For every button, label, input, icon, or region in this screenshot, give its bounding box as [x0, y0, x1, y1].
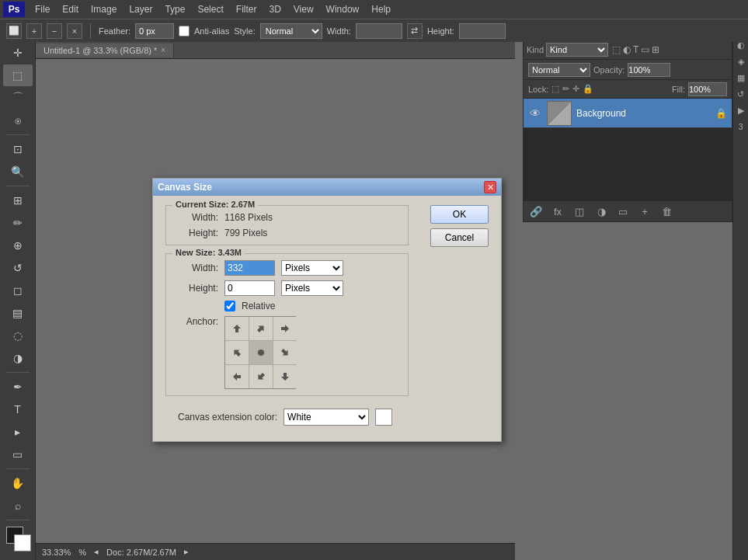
- tool-sep-1: [6, 134, 30, 135]
- gradient-tool[interactable]: ▤: [3, 302, 33, 324]
- eraser-tool[interactable]: ◻: [3, 280, 33, 301]
- blur-tool[interactable]: ◌: [3, 325, 33, 346]
- dodge-tool[interactable]: ◑: [3, 347, 33, 369]
- dialog-close-button[interactable]: ✕: [484, 181, 496, 193]
- anchor-grid: [224, 316, 296, 389]
- menu-filter[interactable]: Filter: [231, 2, 263, 16]
- background-color[interactable]: [14, 534, 31, 551]
- side-history-icon[interactable]: ↺: [734, 87, 748, 101]
- menu-layer[interactable]: Layer: [124, 2, 158, 16]
- anchor-center[interactable]: [249, 341, 273, 364]
- lock-image-icon[interactable]: ✏: [562, 84, 569, 94]
- anti-alias-checkbox[interactable]: [179, 26, 190, 37]
- text-tool[interactable]: T: [3, 398, 33, 420]
- pen-tool[interactable]: ✒: [3, 376, 33, 398]
- opacity-input[interactable]: [628, 63, 670, 77]
- delete-layer-icon[interactable]: 🗑: [657, 203, 676, 219]
- filter-icons: ⬚ ◐ T ▭ ⊞: [612, 44, 659, 55]
- marquee-add-icon[interactable]: +: [26, 23, 42, 39]
- anchor-ml[interactable]: [225, 341, 249, 364]
- relative-checkbox[interactable]: [224, 301, 235, 311]
- adjustment-icon[interactable]: ◑: [592, 203, 611, 219]
- clone-tool[interactable]: ⊕: [3, 235, 33, 256]
- layer-background[interactable]: 👁 Background 🔒: [524, 99, 732, 128]
- marquee-inter-icon[interactable]: ×: [67, 23, 82, 39]
- ok-button[interactable]: OK: [430, 205, 489, 224]
- style-select[interactable]: Normal: [260, 23, 322, 39]
- side-3d-icon[interactable]: 3: [734, 120, 748, 134]
- marquee-rect-icon[interactable]: ⬜: [6, 23, 22, 39]
- lasso-tool[interactable]: ⌒: [3, 87, 33, 109]
- menu-help[interactable]: Help: [366, 2, 396, 16]
- anchor-bc[interactable]: [249, 365, 273, 388]
- menu-select[interactable]: Select: [192, 2, 228, 16]
- marquee-tool[interactable]: ⬚: [3, 64, 33, 86]
- side-swatches-icon[interactable]: ▦: [734, 71, 748, 85]
- fill-input[interactable]: [688, 82, 727, 96]
- svg-point-4: [258, 350, 264, 356]
- filter-text-icon[interactable]: T: [633, 44, 638, 55]
- menu-edit[interactable]: Edit: [57, 2, 84, 16]
- eyedropper-tool[interactable]: 🔍: [3, 161, 33, 183]
- extension-color-select[interactable]: White Black Gray Foreground Background O…: [284, 409, 369, 426]
- lock-all-icon[interactable]: 🔒: [583, 84, 593, 94]
- brush-tool[interactable]: ✏: [3, 212, 33, 234]
- layers-toolbar: Kind Kind ⬚ ◐ T ▭ ⊞: [524, 40, 732, 60]
- new-height-input[interactable]: [224, 280, 275, 296]
- blend-mode-select[interactable]: Normal: [528, 63, 590, 77]
- fx-icon[interactable]: fx: [548, 203, 567, 219]
- width-label: Width:: [327, 26, 351, 36]
- mask-icon[interactable]: ◫: [570, 203, 589, 219]
- menu-type[interactable]: Type: [159, 2, 190, 16]
- height-unit-select[interactable]: Pixels Inches Cm Mm: [281, 280, 343, 296]
- quick-select-tool[interactable]: ⍟: [3, 110, 33, 131]
- hand-tool[interactable]: ✋: [3, 472, 33, 494]
- filter-adjust-icon[interactable]: ◐: [623, 44, 631, 55]
- side-actions-icon[interactable]: ▶: [734, 103, 748, 117]
- menu-window[interactable]: Window: [321, 2, 365, 16]
- extension-color-swatch[interactable]: [375, 409, 392, 426]
- filter-pixel-icon[interactable]: ⬚: [612, 44, 621, 55]
- menu-view[interactable]: View: [288, 2, 319, 16]
- new-width-input[interactable]: [224, 260, 275, 276]
- new-layer-icon[interactable]: +: [635, 203, 654, 219]
- history-tool[interactable]: ↺: [3, 257, 33, 279]
- menu-image[interactable]: Image: [85, 2, 122, 16]
- anchor-br[interactable]: [273, 365, 297, 388]
- svg-marker-3: [231, 347, 242, 358]
- crop-tool[interactable]: ⊡: [3, 138, 33, 160]
- feather-input[interactable]: [135, 23, 174, 39]
- style-label: Style:: [234, 26, 256, 36]
- kind-select[interactable]: Kind: [546, 43, 608, 57]
- marquee-sub-icon[interactable]: −: [47, 23, 62, 39]
- layer-visibility-icon[interactable]: 👁: [528, 107, 542, 120]
- current-size-section: Current Size: 2.67M Width: 1168 Pixels H…: [165, 205, 409, 245]
- height-label: Height:: [427, 26, 454, 36]
- anchor-tl[interactable]: [225, 317, 249, 340]
- anchor-tr[interactable]: [273, 317, 297, 340]
- shape-tool[interactable]: ▭: [3, 443, 33, 465]
- side-styles-icon[interactable]: ◈: [734, 54, 748, 68]
- filter-smart-icon[interactable]: ⊞: [652, 44, 659, 55]
- lock-transparency-icon[interactable]: ⬚: [551, 84, 559, 94]
- width-unit-select[interactable]: Pixels Inches Cm Mm: [281, 260, 343, 276]
- anchor-mr[interactable]: [273, 341, 297, 364]
- feather-label: Feather:: [99, 26, 130, 36]
- cancel-button[interactable]: Cancel: [430, 228, 489, 247]
- menu-3d[interactable]: 3D: [263, 2, 286, 16]
- move-tool[interactable]: ✛: [3, 42, 33, 64]
- anchor-tc[interactable]: [249, 317, 273, 340]
- lock-position-icon[interactable]: ✛: [572, 84, 579, 94]
- group-icon[interactable]: ▭: [614, 203, 632, 219]
- zoom-tool[interactable]: ⌕: [3, 495, 33, 517]
- height-input[interactable]: [459, 23, 506, 39]
- lock-label: Lock:: [528, 85, 548, 94]
- patch-tool[interactable]: ⊞: [3, 190, 33, 211]
- link-layers-icon[interactable]: 🔗: [527, 203, 545, 219]
- width-input[interactable]: [356, 23, 402, 39]
- path-select-tool[interactable]: ▸: [3, 421, 33, 443]
- filter-shape-icon[interactable]: ▭: [641, 44, 649, 55]
- anchor-bl[interactable]: [225, 365, 249, 388]
- swap-icon[interactable]: ⇄: [407, 23, 423, 39]
- menu-file[interactable]: File: [30, 2, 55, 16]
